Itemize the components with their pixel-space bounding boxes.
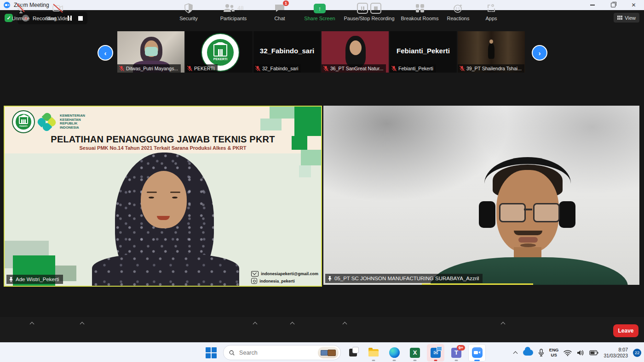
ministry-text: KEMENTERIAN KESEHATAN REPUBLIK INDONESIA [60,114,85,130]
email-icon [251,271,259,277]
file-explorer-icon [368,349,379,356]
filmstrip-next-button[interactable]: › [532,45,547,61]
unmute-button[interactable]: Unmute [5,3,37,21]
security-button[interactable]: Security [172,3,205,21]
instagram-icon [251,278,257,284]
mic-muted-icon [323,66,328,71]
participant-name: Febianti_Pekerti [398,66,433,71]
share-screen-button[interactable]: ↑ Share Screen [301,3,338,21]
minimize-button[interactable] [582,0,603,10]
apps-options-chevron[interactable] [501,322,505,325]
taskbar-clock[interactable]: 8:0731/03/2023 [604,347,628,358]
language-indicator[interactable]: ENGUS [549,348,559,357]
participant-name: 39_PT Shailendra Tshai... [466,66,522,71]
participant-name: 32_Fabindo_sari [262,66,298,71]
participant-tile[interactable]: PEKERTI PEKERTI [185,31,253,73]
leave-button[interactable]: Leave [613,324,638,337]
chat-options-chevron[interactable] [291,322,294,325]
view-grid-icon [617,16,622,20]
pin-icon [9,277,13,282]
participants-options-chevron[interactable] [253,322,257,325]
speaker-icon[interactable] [577,350,584,356]
participant-tile[interactable]: 36_PT SanGreat Natur... [322,31,389,73]
mic-muted-icon [16,3,26,14]
participant-name: PEKERTI [194,66,215,71]
windows-taskbar: X ✉ T9+ ENGUS 8:0731/03/2023 22 [0,342,644,362]
meeting-toolbar [0,317,644,342]
main-video-left[interactable]: PEKERTI KEMENTERIAN KESEHATAN REPUBLIK I… [4,106,322,287]
edge-button[interactable] [385,344,403,362]
zoom-icon [472,347,483,358]
participant-name: Ditwas_Putri Mayangs... [126,66,178,71]
participants-button[interactable]: 48 Participants [214,3,253,21]
outlook-icon: ✉ [431,348,441,358]
participant-tile[interactable]: Febianti_Pekerti Febianti_Pekerti [390,31,457,73]
participant-display-name: 32_Fabindo_sari [253,47,321,55]
participant-tile[interactable]: 39_PT Shailendra Tshai... [458,31,525,73]
participant-name: 36_PT SanGreat Natur... [330,66,383,71]
share-options-chevron[interactable] [343,322,346,325]
unmute-options-chevron[interactable] [30,322,34,325]
start-button[interactable] [202,344,220,362]
wifi-icon[interactable] [564,350,572,356]
tray-overflow-chevron[interactable] [514,351,518,355]
contact-info: indonesiapekerti@gmail.com indonesia_pek… [251,271,318,284]
taskbar-search[interactable] [223,345,341,360]
close-button[interactable]: ✕ [623,0,644,10]
outlook-button[interactable]: ✉ [427,344,444,362]
search-icon [229,350,235,356]
share-screen-icon: ↑ [314,4,326,13]
mic-muted-icon [255,66,260,71]
restore-button[interactable] [603,0,623,10]
pin-icon [328,276,332,281]
excel-icon: X [410,348,420,358]
stop-recording-icon [370,3,381,14]
teams-badge: 9+ [457,345,465,351]
reactions-button[interactable]: Reactions [442,3,475,21]
onedrive-icon[interactable] [523,350,533,356]
chat-button[interactable]: 1 Chat [267,3,293,21]
participant-tile[interactable]: 32_Fabindo_sari 32_Fabindo_sari [253,31,321,73]
participants-count: 48 [237,5,243,11]
task-view-icon [349,349,357,356]
active-speaker-underline [422,283,533,285]
filmstrip-prev-button[interactable]: ‹ [98,45,113,61]
apps-button[interactable]: Apps [478,3,504,21]
pause-recording-icon [357,3,368,14]
main-video-right[interactable]: 05_PT SC JOHNSON MANUFACTURING SURABAYA_… [323,106,639,285]
chat-badge: 1 [283,0,289,6]
participants-icon [223,4,235,13]
start-video-button[interactable]: Start Video [40,3,76,21]
video-off-icon [52,3,64,13]
view-button[interactable]: View [614,13,639,23]
speaker-name-tag: 05_PT SC JOHNSON MANUFACTURING SURABAYA_… [325,274,483,283]
task-view-button[interactable] [344,344,362,362]
tray-mic-icon[interactable] [538,349,544,357]
kemenkes-logo [38,113,56,131]
edge-icon [389,347,400,358]
participant-tile[interactable]: Ditwas_Putri Mayangs... [117,31,184,73]
stop-recording-button[interactable] [78,16,83,21]
breakout-rooms-icon [416,4,424,12]
contact-email: indonesiapekerti@gmail.com [261,272,318,276]
mic-muted-icon [460,66,465,71]
video-options-chevron[interactable] [80,322,84,325]
windows-logo-icon [205,346,218,359]
shield-icon [184,3,193,13]
apps-icon [487,4,496,13]
contact-instagram: indonesia_pekerti [259,279,295,283]
file-explorer-button[interactable] [365,344,382,362]
breakout-rooms-button[interactable]: Breakout Rooms [396,3,444,21]
zoom-taskbar-button[interactable] [468,344,486,362]
search-highlight-image[interactable] [318,347,339,358]
search-input[interactable] [238,349,314,356]
mic-muted-icon [391,66,397,71]
excel-button[interactable]: X [406,344,424,362]
teams-button[interactable]: T9+ [448,344,465,362]
notification-count-badge[interactable]: 22 [633,349,641,357]
pekerti-logo: PEKERTI [12,110,35,133]
mic-muted-icon [119,66,124,71]
zoom-meeting-window: Zoom Meeting ✕ ✓ Recording... View ‹ › D… [0,0,644,362]
pause-stop-recording-button[interactable]: Pause/Stop Recording [338,3,400,21]
battery-icon[interactable] [589,350,598,356]
